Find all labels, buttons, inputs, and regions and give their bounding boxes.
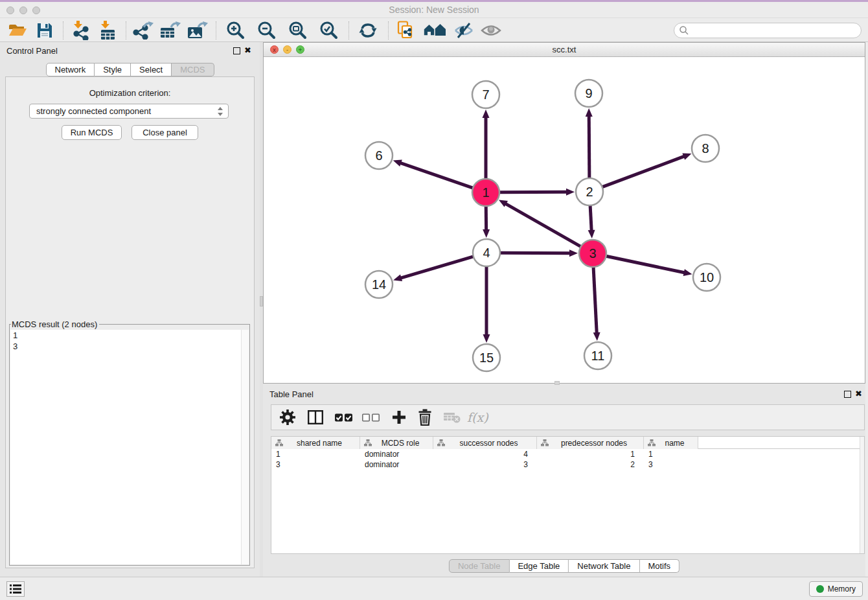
table-cell[interactable]: 4 — [433, 449, 537, 459]
table-row[interactable]: 3dominator323 — [271, 459, 864, 470]
node-label: 3 — [589, 246, 596, 260]
edge-2-3[interactable] — [590, 205, 591, 231]
tab-network-table[interactable]: Network Table — [569, 559, 639, 573]
homes-icon — [423, 23, 446, 38]
result-scrollbar[interactable] — [241, 330, 249, 564]
control-panel-tabs: NetworkStyleSelectMCDS — [45, 63, 214, 76]
table-cell[interactable]: 1 — [644, 449, 698, 459]
show-all-button[interactable] — [480, 20, 502, 41]
float-panel-icon[interactable] — [233, 47, 240, 54]
zoom-selected-button[interactable] — [315, 20, 341, 41]
splitter-grip[interactable] — [554, 381, 560, 385]
network-canvas[interactable]: 7968124314101511 — [264, 57, 865, 383]
function-builder-button[interactable]: f(x) — [467, 410, 488, 424]
import-network-icon — [71, 21, 89, 40]
table-cell[interactable]: 3 — [644, 459, 698, 470]
edge-arrow-icon — [586, 108, 593, 117]
open-session-button[interactable] — [6, 20, 29, 41]
task-history-button[interactable] — [6, 581, 25, 597]
network-graph: 7968124314101511 — [264, 57, 865, 383]
delete-columns-button[interactable] — [418, 409, 432, 426]
edge-2-8[interactable] — [602, 156, 685, 187]
column-type-icon — [437, 439, 445, 446]
zoom-in-button[interactable] — [222, 20, 248, 41]
edge-3-11[interactable] — [593, 267, 597, 334]
close-panel-button[interactable]: Close panel — [131, 125, 198, 140]
duplicate-network-icon — [396, 21, 415, 40]
table-panel: Table Panel ✖ — [263, 386, 865, 577]
table-settings-button[interactable] — [279, 409, 296, 426]
export-network-button[interactable] — [132, 20, 154, 41]
column-header-MCDS-role[interactable]: MCDS role — [360, 437, 433, 449]
toggle-column-panel-button[interactable] — [308, 410, 323, 424]
tab-style[interactable]: Style — [95, 63, 131, 76]
open-folder-icon — [8, 22, 27, 39]
node-label: 14 — [372, 277, 386, 292]
edge-1-2[interactable] — [499, 192, 567, 192]
eye-slash-icon — [453, 22, 474, 39]
table-cell[interactable]: 3 — [271, 459, 360, 470]
table-row[interactable]: 1dominator411 — [271, 449, 864, 459]
column-header-predecessor-nodes[interactable]: predecessor nodes — [537, 437, 644, 449]
save-session-button[interactable] — [34, 20, 56, 41]
tab-select[interactable]: Select — [131, 63, 172, 76]
export-table-button[interactable] — [159, 20, 181, 41]
add-column-button[interactable] — [392, 410, 406, 424]
node-label: 9 — [585, 86, 592, 100]
save-floppy-icon — [36, 22, 53, 39]
column-header-successor-nodes[interactable]: successor nodes — [433, 437, 537, 449]
table-cell[interactable]: dominator — [360, 459, 433, 470]
edge-4-3[interactable] — [500, 253, 571, 253]
float-panel-icon[interactable] — [844, 391, 851, 398]
criterion-select[interactable]: strongly connected component — [29, 104, 229, 119]
tab-edge-table[interactable]: Edge Table — [509, 559, 569, 573]
table-cell[interactable]: 1 — [537, 449, 644, 459]
network-window-titlebar[interactable]: x - + scc.txt — [264, 43, 865, 57]
import-table-button[interactable] — [97, 20, 119, 41]
column-type-icon — [275, 439, 283, 446]
table-cell[interactable]: dominator — [360, 449, 433, 459]
hide-selected-button[interactable] — [453, 20, 475, 41]
search-input[interactable] — [674, 23, 862, 38]
edge-3-10[interactable] — [606, 256, 685, 273]
table-cell[interactable]: 1 — [271, 449, 360, 459]
deselect-all-columns-button[interactable] — [362, 413, 380, 422]
tab-network[interactable]: Network — [45, 63, 95, 76]
zoom-out-button[interactable] — [253, 20, 279, 41]
status-bar: Memory — [0, 577, 868, 600]
table-scrollbar[interactable] — [860, 437, 864, 553]
duplicate-network-button[interactable] — [394, 20, 417, 41]
edge-arrow-icon — [483, 110, 490, 118]
close-panel-icon[interactable]: ✖ — [244, 45, 251, 56]
edge-4-14[interactable] — [400, 257, 474, 278]
close-panel-icon[interactable]: ✖ — [855, 389, 862, 399]
tab-mcds[interactable]: MCDS — [172, 63, 214, 76]
import-network-button[interactable] — [69, 20, 91, 41]
run-mcds-button[interactable]: Run MCDS — [62, 125, 122, 140]
column-type-icon — [364, 439, 372, 446]
edge-arrow-icon — [588, 230, 595, 238]
export-image-button[interactable] — [187, 20, 209, 41]
table-cell[interactable]: 2 — [537, 459, 644, 470]
column-header-name[interactable]: name — [644, 437, 698, 449]
column-header-shared-name[interactable]: shared name — [271, 437, 360, 449]
memory-button[interactable]: Memory — [809, 581, 863, 597]
first-neighbors-button[interactable] — [422, 20, 448, 41]
toolbar-separator — [63, 21, 63, 40]
select-stepper-icon — [217, 106, 223, 117]
main-toolbar — [0, 19, 868, 42]
node-label: 8 — [702, 141, 709, 156]
export-image-icon — [187, 21, 208, 40]
tab-node-table[interactable]: Node Table — [449, 559, 510, 573]
tab-motifs[interactable]: Motifs — [639, 559, 680, 573]
node-label: 11 — [591, 349, 605, 363]
table-cell[interactable]: 3 — [433, 459, 537, 470]
select-all-columns-button[interactable] — [335, 413, 353, 422]
edge-1-6[interactable] — [400, 163, 473, 188]
refresh-view-button[interactable] — [355, 20, 381, 41]
zoom-fit-content-button[interactable] — [284, 20, 310, 41]
edge-3-1[interactable] — [505, 203, 581, 247]
mcds-result-list[interactable]: 13 — [10, 330, 249, 564]
edge-2-9[interactable] — [589, 115, 589, 178]
delete-table-button[interactable] — [444, 412, 461, 423]
